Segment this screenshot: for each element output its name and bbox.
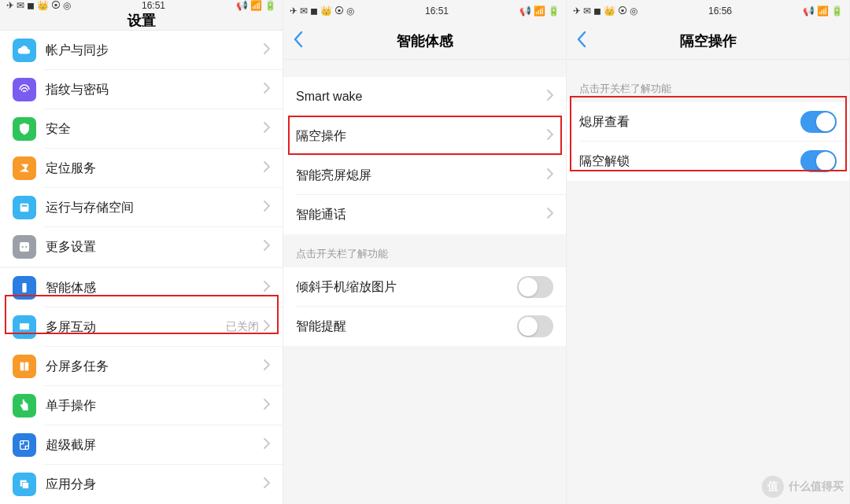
app-icon: ◼ [593, 6, 601, 16]
motion-row[interactable]: Smart wake [283, 77, 566, 116]
svg-rect-2 [20, 242, 29, 252]
settings-panel: ✈ ✉ ◼ 👑 ⦿ ◎ 16:51 📢 📶 🔋 设置 帐户与同步指纹与密码安全定… [0, 0, 283, 504]
row-label: 熄屏查看 [579, 114, 800, 131]
target-icon: ◎ [630, 6, 638, 16]
chevron-right-icon [547, 90, 553, 104]
chevron-right-icon [264, 477, 270, 491]
svg-rect-8 [25, 362, 29, 371]
svg-point-4 [25, 246, 27, 248]
svg-rect-9 [20, 441, 29, 450]
chevron-right-icon [547, 129, 553, 143]
dot-icon: ⦿ [334, 6, 344, 16]
settings-row-cloud[interactable]: 帐户与同步 [0, 31, 283, 70]
settings-row-storage[interactable]: 运行与存储空间 [0, 188, 283, 227]
back-button[interactable] [576, 31, 587, 51]
app-icon: ◼ [310, 6, 318, 16]
row-label: 单手操作 [46, 398, 264, 414]
page-title: 设置 [128, 11, 156, 30]
chevron-right-icon [264, 240, 270, 254]
mail-icon: ✉ [17, 1, 24, 10]
section-header: 点击开关栏了解功能 [567, 60, 849, 102]
dot-icon: ⦿ [51, 1, 61, 10]
airplane-icon: ✈ [573, 6, 581, 16]
battery-icon: 🔋 [264, 1, 276, 10]
chevron-right-icon [264, 281, 270, 295]
shield-icon [13, 117, 36, 141]
row-label: Smart wake [296, 90, 547, 104]
svg-rect-11 [22, 482, 28, 488]
screenshot-icon [13, 433, 36, 457]
settings-row-clone[interactable]: 应用分身 [0, 465, 283, 504]
toggle-switch[interactable] [800, 111, 837, 133]
status-bar: ✈ ✉ ◼ 👑 ⦿ ◎ 16:51 📢 📶 🔋 [283, 0, 566, 22]
row-label: 分屏多任务 [46, 359, 264, 375]
motion-toggle-row[interactable]: 智能提醒 [283, 307, 566, 346]
watermark-text: 什么值得买 [789, 480, 844, 494]
motion-toggle-row[interactable]: 倾斜手机缩放图片 [283, 267, 566, 307]
row-label: 应用分身 [46, 476, 264, 493]
nav-header: 智能体感 [283, 22, 566, 60]
toggle-switch[interactable] [517, 276, 553, 298]
status-right: 📢 📶 🔋 [803, 6, 843, 16]
wifi-icon: 📶 [817, 6, 829, 16]
motion-row[interactable]: 智能亮屏熄屏 [283, 156, 566, 195]
air-gesture-panel: ✈ ✉ ◼ 👑 ⦿ ◎ 16:56 📢 📶 🔋 隔空操作 点击开关栏了解功能 熄… [567, 0, 850, 504]
settings-row-shield[interactable]: 安全 [0, 109, 283, 149]
row-label: 智能通话 [296, 207, 547, 223]
settings-row-finger[interactable]: 指纹与密码 [0, 70, 283, 109]
target-icon: ◎ [63, 1, 71, 10]
settings-row-screenshot[interactable]: 超级截屏 [0, 425, 283, 465]
row-label: 安全 [46, 121, 264, 138]
clone-icon [13, 473, 36, 496]
row-label: 指纹与密码 [46, 82, 264, 98]
nav-header: 设置 [0, 11, 283, 31]
motion-row[interactable]: 隔空操作 [283, 116, 566, 156]
chevron-right-icon [264, 200, 270, 215]
chevron-right-icon [264, 43, 270, 57]
dot-icon: ⦿ [618, 6, 627, 16]
row-label: 隔空解锁 [579, 153, 800, 170]
air-gesture-row[interactable]: 隔空解锁 [567, 142, 849, 181]
settings-row-split[interactable]: 分屏多任务 [0, 347, 283, 386]
smart-motion-panel: ✈ ✉ ◼ 👑 ⦿ ◎ 16:51 📢 📶 🔋 智能体感 Smart wake隔… [283, 0, 567, 504]
airplane-icon: ✈ [6, 1, 14, 10]
settings-row-motion[interactable]: 智能体感 [0, 268, 283, 307]
page-title: 隔空操作 [680, 31, 737, 50]
toggle-switch[interactable] [517, 315, 553, 337]
mail-icon: ✉ [300, 6, 308, 16]
chevron-right-icon [264, 122, 270, 136]
status-time: 16:51 [142, 0, 165, 11]
chevron-right-icon [264, 161, 270, 175]
row-label: 超级截屏 [46, 437, 264, 454]
air-gesture-list: 熄屏查看隔空解锁 [567, 102, 849, 181]
status-right: 📢 📶 🔋 [236, 1, 276, 10]
svg-rect-0 [20, 204, 29, 212]
motion-row[interactable]: 智能通话 [283, 195, 566, 234]
watermark-badge-icon: 值 [762, 476, 784, 498]
air-gesture-row[interactable]: 熄屏查看 [567, 102, 849, 142]
nav-header: 隔空操作 [567, 22, 849, 60]
chevron-right-icon [547, 168, 553, 182]
settings-row-more[interactable]: 更多设置 [0, 227, 283, 267]
mute-icon: 📢 [803, 6, 815, 16]
svg-rect-1 [22, 205, 28, 207]
app-icon: ◼ [27, 1, 35, 10]
svg-rect-7 [20, 362, 24, 371]
settings-row-onehand[interactable]: 单手操作 [0, 386, 283, 425]
split-icon [13, 355, 36, 378]
settings-row-location[interactable]: 定位服务 [0, 149, 283, 188]
toggle-switch[interactable] [800, 150, 837, 172]
storage-icon [13, 196, 36, 219]
status-left: ✈ ✉ ◼ 👑 ⦿ ◎ [290, 6, 354, 16]
svg-rect-5 [22, 283, 26, 292]
status-time: 16:56 [708, 6, 732, 17]
row-label: 多屏互动 [46, 319, 226, 336]
back-button[interactable] [293, 31, 304, 51]
chevron-right-icon [264, 399, 270, 413]
settings-row-cast[interactable]: 多屏互动已关闭 [0, 307, 283, 347]
target-icon: ◎ [346, 6, 354, 16]
row-label: 智能亮屏熄屏 [296, 167, 547, 184]
wifi-icon: 📶 [534, 6, 545, 16]
row-label: 定位服务 [46, 160, 264, 177]
chevron-right-icon [264, 359, 270, 373]
